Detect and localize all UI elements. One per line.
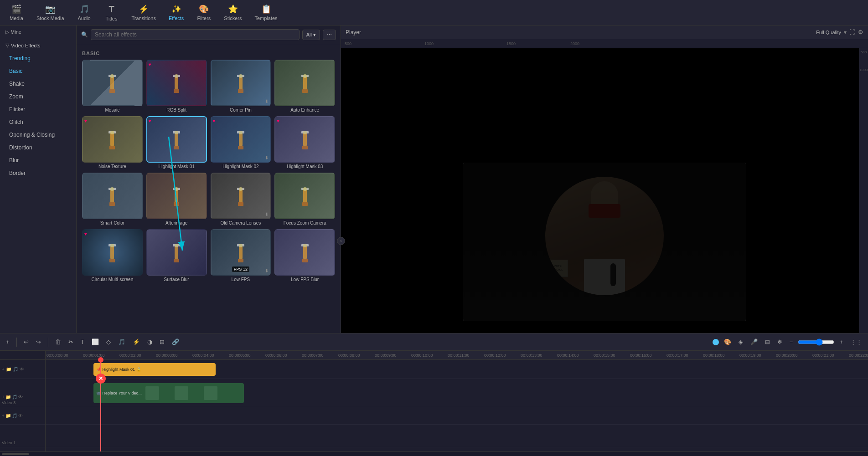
effect-eye-icon[interactable]: 👁 xyxy=(20,367,24,372)
svg-point-62 xyxy=(303,244,307,247)
svg-point-26 xyxy=(239,131,243,134)
zoom-slider[interactable] xyxy=(798,338,834,346)
stock-media-icon: 📷 xyxy=(45,4,55,14)
effect-item-surface-blur[interactable]: Surface Blur xyxy=(146,229,207,282)
effect-item-circular-multiscreen[interactable]: ♥ Circular Multi-screen xyxy=(82,229,143,282)
toolbar-templates[interactable]: 📋 Templates xyxy=(249,1,283,24)
effect-item-afterimage[interactable]: Afterimage xyxy=(146,173,207,225)
redo-button[interactable]: ↪ xyxy=(34,338,43,346)
toolbar-stock-media[interactable]: 📷 Stock Media xyxy=(31,1,70,24)
effect-label-afterimage: Afterimage xyxy=(165,220,187,225)
separator-2 xyxy=(48,338,48,347)
timeline-scroll-area[interactable]: 00:00:00:0000:00:01:0000:00:02:0000:00:0… xyxy=(46,351,868,451)
effect-label-smart-color: Smart Color xyxy=(100,220,124,225)
search-input[interactable] xyxy=(91,29,300,40)
delete-button[interactable]: 🗑 xyxy=(53,338,63,346)
timeline-scrollbar[interactable] xyxy=(0,451,868,456)
filter-button[interactable]: All ▾ xyxy=(302,30,320,40)
effect-item-old-camera-lenses[interactable]: ⬇ Old Camera Lenses xyxy=(211,173,271,225)
audio-icon: 🎵 xyxy=(79,4,89,14)
sidebar-item-flicker[interactable]: Flicker xyxy=(0,103,76,116)
effect-item-mosaic[interactable]: Mosaic xyxy=(82,60,143,113)
v3-add-icon[interactable]: + xyxy=(2,395,5,400)
cut-button[interactable]: ✂ xyxy=(66,338,76,346)
sidebar-item-zoom[interactable]: Zoom xyxy=(0,90,76,103)
sidebar-item-opening-closing[interactable]: Opening & Closing xyxy=(0,128,76,141)
group-button[interactable]: ⊞ xyxy=(157,338,167,346)
clip-highlight-mask-01-effect[interactable]: 📌 Highlight Mask 01 🔒 xyxy=(93,363,216,376)
speed-button[interactable]: ⚡ xyxy=(130,338,142,346)
timeline-tracks-area: + 📁 🎵 👁 + 📁 🎵 👁 Video 3 + 📁 🎵 xyxy=(0,351,868,451)
toolbar-audio[interactable]: 🎵 Audio xyxy=(72,1,97,24)
undo-button[interactable]: ↩ xyxy=(21,338,31,346)
more-options-button[interactable]: ⋯ xyxy=(323,30,336,40)
effect-item-low-fps[interactable]: ⬇ FPS 12Low FPS xyxy=(211,229,271,282)
a2-folder-icon[interactable]: 📁 xyxy=(5,413,11,418)
effect-item-low-fps-blur[interactable]: Low FPS Blur xyxy=(274,229,335,282)
toolbar-media[interactable]: 🎬 Media xyxy=(4,1,29,24)
sidebar-item-glitch[interactable]: Glitch xyxy=(0,116,76,128)
sidebar-item-distortion[interactable]: Distortion xyxy=(0,141,76,154)
shape-button[interactable]: ◇ xyxy=(104,338,113,346)
a2-eye-icon[interactable]: 👁 xyxy=(18,413,23,418)
a2-audio-icon[interactable]: 🎵 xyxy=(12,413,17,418)
v3-audio-icon[interactable]: 🎵 xyxy=(12,395,17,400)
effect-item-noise-texture[interactable]: ♥ Noise Texture xyxy=(82,116,143,169)
effect-item-highlight-mask-03[interactable]: ♥ Highlight Mask 03 xyxy=(274,116,335,169)
svg-rect-51 xyxy=(109,259,115,262)
v3-eye-icon[interactable]: 👁 xyxy=(18,395,23,400)
v3-folder-icon[interactable]: 📁 xyxy=(5,395,11,400)
effect-item-smart-color[interactable]: Smart Color xyxy=(82,173,143,225)
tracks-content: ✕ 📌 Highlight Mask 01 🔒 📹 Replace Your V… xyxy=(46,360,868,451)
audio-denoise-button[interactable]: 🎤 xyxy=(748,338,760,346)
svg-point-34 xyxy=(110,187,114,191)
toolbar-filters[interactable]: 🎨 Filters xyxy=(191,1,217,24)
effect-audio-icon[interactable]: 🎵 xyxy=(13,367,18,372)
collapse-panel-button[interactable]: ‹ xyxy=(337,237,345,245)
toolbar-transitions[interactable]: ⚡ Transitions xyxy=(126,1,161,24)
svg-rect-43 xyxy=(238,202,243,206)
a2-add-icon[interactable]: + xyxy=(2,413,5,418)
effect-folder-icon[interactable]: 📁 xyxy=(6,367,11,372)
stabilize-button[interactable]: ◈ xyxy=(736,338,745,346)
effect-add-icon[interactable]: + xyxy=(2,367,5,372)
sidebar-item-blur[interactable]: Blur xyxy=(0,154,76,167)
zoom-in-button[interactable]: + xyxy=(837,338,845,346)
audio-connect-button[interactable]: 🎵 xyxy=(116,338,128,346)
toolbar-titles[interactable]: T Titles xyxy=(99,1,124,24)
text-button[interactable]: T xyxy=(78,338,87,346)
color-correct-button[interactable]: 🎨 xyxy=(722,338,734,346)
sidebar-item-border[interactable]: Border xyxy=(0,167,76,179)
more-button[interactable]: ⋮⋮ xyxy=(848,338,864,346)
effect-item-highlight-mask-01[interactable]: ♥ Highlight Mask 01 xyxy=(146,116,207,169)
toolbar-effects[interactable]: ✨ Effects xyxy=(163,1,189,24)
quality-dropdown-icon[interactable]: ▾ xyxy=(844,29,847,36)
sidebar-item-basic[interactable]: Basic xyxy=(0,65,76,77)
effect-label-old-camera-lenses: Old Camera Lenses xyxy=(220,220,261,225)
effect-item-highlight-mask-02[interactable]: ♥⬇ Highlight Mask 02 xyxy=(211,116,271,169)
zoom-out-button[interactable]: − xyxy=(787,338,796,346)
track-label-video1: Video 1 xyxy=(0,425,45,447)
track-label-effect: + 📁 🎵 👁 xyxy=(0,360,45,379)
effect-item-rgb-split[interactable]: ♥ RGB Split xyxy=(146,60,207,113)
sidebar-section-mine[interactable]: ▷ Mine xyxy=(0,26,76,39)
rect-button[interactable]: ⬜ xyxy=(89,338,101,346)
clip-video3[interactable]: 📹 Replace Your Video... xyxy=(93,383,244,403)
mask-button[interactable]: ◑ xyxy=(145,338,155,346)
add-track-button[interactable]: + xyxy=(4,338,12,346)
toolbar-stickers[interactable]: ⭐ Stickers xyxy=(218,1,247,24)
effect-item-focus-zoom-camera[interactable]: Focus Zoom Camera xyxy=(274,173,335,225)
link-button[interactable]: 🔗 xyxy=(170,338,181,346)
section-label-basic: BASIC xyxy=(82,48,335,60)
scrollbar-thumb[interactable] xyxy=(2,453,29,455)
sidebar-section-video-effects[interactable]: ▽ Video Effects xyxy=(0,39,76,52)
settings-icon[interactable]: ⚙ xyxy=(858,29,863,36)
svg-rect-31 xyxy=(302,146,308,149)
fullscreen-icon[interactable]: ⛶ xyxy=(849,29,855,36)
effect-item-auto-enhance[interactable]: Auto Enhance xyxy=(274,60,335,113)
sidebar-item-shake[interactable]: Shake xyxy=(0,77,76,90)
sidebar-item-trending[interactable]: Trending xyxy=(0,52,76,65)
freeze-button[interactable]: ❄ xyxy=(775,338,785,346)
effect-item-corner-pin[interactable]: ⬇ Corner Pin xyxy=(211,60,271,113)
subtitle-button[interactable]: ⊟ xyxy=(763,338,772,346)
